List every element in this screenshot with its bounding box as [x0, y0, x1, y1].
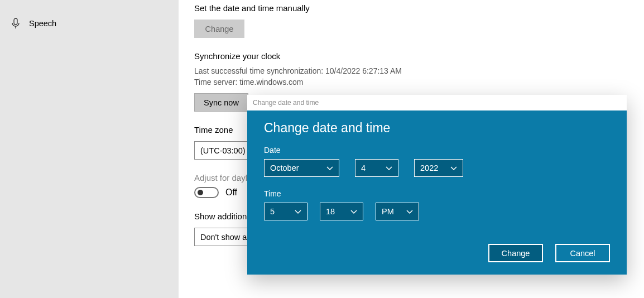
sidebar-item-speech[interactable]: Speech: [11, 16, 179, 31]
svg-rect-0: [14, 18, 17, 25]
settings-sidebar: Speech: [0, 0, 179, 298]
sync-last-text: Last successful time synchronization: 10…: [194, 65, 628, 76]
day-value: 4: [361, 164, 366, 172]
ampm-picker[interactable]: PM: [376, 203, 419, 220]
time-field-label: Time: [264, 189, 610, 198]
chevron-down-icon: [386, 164, 392, 172]
month-value: October: [270, 164, 299, 172]
chevron-down-icon: [406, 207, 413, 216]
dialog-titlebar-text: Change date and time: [253, 99, 319, 107]
year-picker[interactable]: 2022: [414, 159, 463, 177]
dialog-heading: Change date and time: [264, 121, 610, 136]
hour-value: 5: [270, 207, 275, 216]
sync-clock-title: Synchronize your clock: [194, 51, 628, 61]
dialog-cancel-button[interactable]: Cancel: [555, 244, 610, 262]
chevron-down-icon: [326, 164, 333, 172]
ampm-value: PM: [382, 207, 394, 216]
dst-toggle[interactable]: [194, 187, 219, 198]
month-picker[interactable]: October: [264, 159, 339, 177]
day-picker[interactable]: 4: [355, 159, 398, 177]
chevron-down-icon: [295, 207, 301, 216]
sidebar-item-label: Speech: [29, 19, 56, 28]
dst-toggle-state: Off: [225, 188, 237, 198]
sync-now-button[interactable]: Sync now: [194, 93, 248, 112]
chevron-down-icon: [350, 207, 357, 216]
microphone-icon: [11, 18, 20, 29]
toggle-knob: [198, 190, 203, 195]
minute-picker[interactable]: 18: [320, 203, 363, 220]
hour-picker[interactable]: 5: [264, 203, 307, 220]
sync-server-text: Time server: time.windows.com: [194, 76, 628, 88]
change-date-time-dialog: Change date and time Change date and tim…: [247, 95, 627, 275]
minute-value: 18: [326, 207, 335, 216]
year-value: 2022: [420, 164, 438, 172]
chevron-down-icon: [450, 164, 457, 172]
date-field-label: Date: [264, 146, 610, 155]
change-date-time-button[interactable]: Change: [194, 20, 244, 38]
additional-clocks-value: Don't show a: [200, 233, 247, 242]
dialog-titlebar[interactable]: Change date and time: [247, 95, 627, 110]
timezone-value: (UTC-03:00) C: [200, 146, 253, 155]
dialog-change-button[interactable]: Change: [488, 244, 543, 262]
set-date-time-manually-title: Set the date and time manually: [194, 3, 628, 13]
